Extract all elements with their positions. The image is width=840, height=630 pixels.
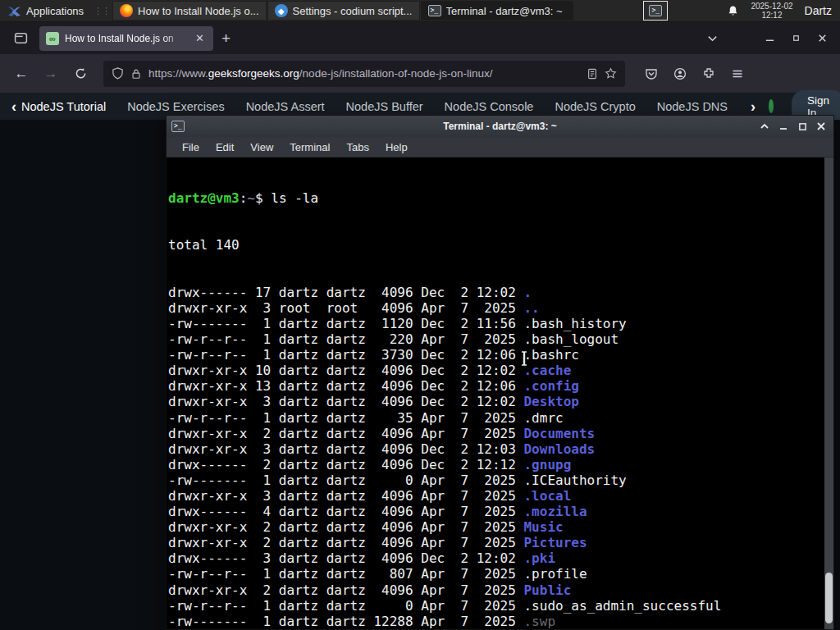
prompt-command: ls -la: [271, 190, 318, 206]
file-name: .swp: [523, 614, 555, 629]
prompt-cwd: ~: [247, 190, 255, 206]
nav-item-buffer[interactable]: NodeJS Buffer: [336, 100, 434, 113]
search-icon[interactable]: [769, 99, 774, 113]
tab-close-icon[interactable]: ✕: [193, 31, 207, 45]
nav-item-truncated[interactable]: Node: [738, 100, 749, 113]
menu-edit[interactable]: Edit: [208, 139, 242, 155]
browser-tab-bar: ∞ How to Install Node.js on ✕ +: [0, 22, 840, 54]
clock-time: 12:12: [751, 11, 792, 20]
taskbar-window-terminal[interactable]: >_ Terminal - dartz@vm3: ~: [421, 1, 573, 21]
file-name: Desktop: [523, 394, 578, 409]
terminal-line: drwxr-xr-x 3 root root 4096 Apr 7 2025 .…: [168, 300, 833, 316]
taskbar-window-label: Settings - codium script...: [293, 5, 413, 17]
terminal-line: -rw-r--r-- 1 dartz dartz 3730 Dec 2 12:0…: [168, 347, 833, 363]
terminal-listing: drwx------ 17 dartz dartz 4096 Dec 2 12:…: [168, 285, 833, 629]
tray-terminal-launcher[interactable]: >_: [643, 1, 668, 21]
browser-maximize-button[interactable]: [783, 28, 809, 49]
taskbar-window-firefox[interactable]: How to Install Node.js o...: [112, 1, 266, 21]
terminal-titlebar[interactable]: >_ Terminal - dartz@vm3: ~: [167, 116, 833, 137]
nav-item-dns[interactable]: NodeJS DNS: [646, 100, 738, 113]
nav-item-exercises[interactable]: NodeJS Exercises: [116, 100, 235, 113]
terminal-line: drwxr-xr-x 3 dartz dartz 4096 Dec 2 12:0…: [168, 441, 833, 457]
terminal-prompt-line: dartz@vm3:~$ls -la: [168, 190, 833, 206]
terminal-line: drwxr-xr-x 10 dartz dartz 4096 Dec 2 12:…: [168, 363, 833, 378]
nav-item-assert[interactable]: NodeJS Assert: [235, 100, 336, 113]
terminal-window-controls: [759, 121, 833, 132]
terminal-shade-button[interactable]: [759, 121, 770, 132]
terminal-window: >_ Terminal - dartz@vm3: ~ File Edit: [166, 115, 834, 630]
file-name: .bash_history: [523, 316, 626, 331]
tab-title: How to Install Node.js on: [65, 33, 187, 44]
taskbar-window-vscodium[interactable]: ◆ Settings - codium script...: [267, 1, 420, 21]
lock-icon[interactable]: [130, 68, 142, 80]
nav-item-crypto[interactable]: NodeJS Crypto: [544, 100, 646, 113]
terminal-body[interactable]: dartz@vm3:~$ls -la total 140 drwx------ …: [167, 158, 833, 629]
terminal-icon: >_: [428, 5, 441, 16]
terminal-line: -rw------- 1 dartz dartz 12288 Apr 7 202…: [168, 614, 833, 629]
applications-menu-button[interactable]: Applications: [0, 0, 91, 21]
panel-user-menu[interactable]: Dartz: [805, 4, 832, 17]
menu-hamburger-icon[interactable]: [726, 62, 749, 85]
ibeam-cursor: [520, 351, 528, 366]
terminal-line: -rw-r--r-- 1 dartz dartz 0 Apr 7 2025 .s…: [168, 598, 833, 614]
bookmark-star-icon[interactable]: [605, 67, 617, 80]
account-icon[interactable]: [669, 62, 692, 85]
terminal-scrollbar-thumb[interactable]: [825, 573, 833, 623]
extensions-puzzle-icon[interactable]: [697, 62, 720, 85]
terminal-title: Terminal - dartz@vm3: ~: [167, 121, 833, 132]
url-bar[interactable]: https://www.geeksforgeeks.org/node-js/in…: [103, 61, 625, 87]
back-button[interactable]: ←: [8, 62, 34, 86]
list-all-tabs-chevron-icon[interactable]: [706, 32, 719, 44]
pocket-save-icon[interactable]: [640, 62, 663, 85]
firefox-view-button[interactable]: [8, 28, 33, 49]
clock-date: 2025-12-02: [751, 2, 792, 11]
terminal-icon: >_: [649, 5, 662, 16]
xfce-top-panel: Applications ⋮⋮ How to Install Node.js o…: [0, 0, 840, 22]
browser-minimize-button[interactable]: [756, 28, 783, 49]
file-name: .mozilla: [523, 504, 587, 519]
terminal-icon: >_: [171, 121, 185, 132]
desktop: Applications ⋮⋮ How to Install Node.js o…: [0, 0, 840, 630]
menu-terminal[interactable]: Terminal: [281, 139, 338, 155]
file-name: .pki: [523, 550, 555, 566]
nav-scroll-left-icon[interactable]: ‹: [11, 99, 16, 114]
applications-label: Applications: [26, 5, 84, 17]
firefox-icon: [120, 4, 133, 17]
menu-view[interactable]: View: [242, 139, 281, 155]
notification-bell-icon[interactable]: [727, 5, 739, 17]
file-name: .gnupg: [523, 457, 571, 472]
menu-file[interactable]: File: [174, 139, 208, 155]
new-tab-button[interactable]: +: [213, 30, 239, 48]
terminal-line: -rw-r--r-- 1 dartz dartz 220 Apr 7 2025 …: [168, 331, 833, 347]
terminal-line: drwxr-xr-x 3 dartz dartz 4096 Apr 7 2025…: [168, 488, 833, 504]
file-name: .ICEauthority: [523, 472, 626, 488]
menu-tabs[interactable]: Tabs: [338, 139, 377, 155]
terminal-maximize-button[interactable]: [797, 121, 808, 132]
tasklist-grip: ⋮⋮: [91, 0, 112, 21]
nav-item-tutorial[interactable]: NodeJS Tutorial: [21, 100, 116, 113]
terminal-line: drwxr-xr-x 2 dartz dartz 4096 Apr 7 2025…: [168, 426, 833, 441]
reader-mode-icon[interactable]: [587, 68, 598, 80]
forward-button[interactable]: →: [38, 62, 64, 86]
browser-close-button[interactable]: [809, 28, 835, 49]
toolbar-right-icons: [640, 62, 749, 85]
geeksforgeeks-favicon: ∞: [46, 32, 59, 45]
taskbar-window-label: Terminal - dartz@vm3: ~: [446, 5, 563, 17]
terminal-close-button[interactable]: [815, 121, 827, 132]
terminal-total-line: total 140: [168, 237, 833, 253]
panel-clock[interactable]: 2025-12-02 12:12: [751, 2, 792, 20]
terminal-line: -rw------- 1 dartz dartz 1120 Dec 2 11:5…: [168, 316, 833, 331]
nav-scroll-right-icon[interactable]: ›: [751, 99, 756, 114]
menu-help[interactable]: Help: [377, 139, 416, 155]
file-name: .profile: [523, 566, 587, 582]
prompt-symbol: $: [255, 190, 263, 206]
browser-tab-active[interactable]: ∞ How to Install Node.js on ✕: [39, 26, 213, 51]
terminal-minimize-button[interactable]: [778, 121, 789, 132]
taskbar-window-label: How to Install Node.js o...: [138, 5, 258, 17]
file-name: Downloads: [523, 441, 595, 457]
nav-item-console[interactable]: NodeJS Console: [434, 100, 545, 113]
terminal-scrollbar[interactable]: [824, 158, 833, 629]
tracking-shield-icon[interactable]: [112, 67, 124, 80]
reload-button[interactable]: [67, 62, 94, 86]
file-name: .local: [523, 488, 571, 504]
